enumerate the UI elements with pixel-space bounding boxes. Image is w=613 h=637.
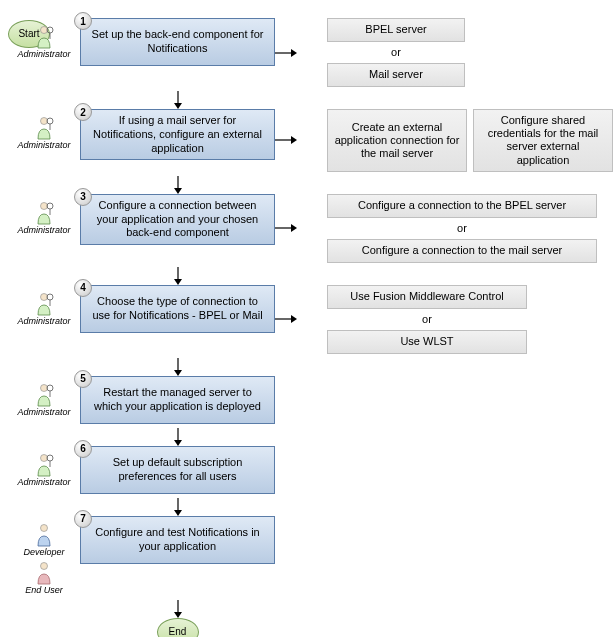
- actor-label: End User: [25, 586, 63, 596]
- step-badge: 7: [74, 510, 92, 528]
- arrow-down-icon: [80, 267, 275, 285]
- actor-administrator: Administrator: [17, 24, 70, 60]
- option-box: Configure a connection to the mail serve…: [327, 239, 597, 263]
- arrow-down-icon: [80, 428, 275, 446]
- actor-label: Administrator: [17, 478, 70, 488]
- step-badge: 2: [74, 103, 92, 121]
- option-box: Use WLST: [327, 330, 527, 354]
- actor-col: Administrator: [8, 18, 80, 60]
- step-box-1: Set up the back-end component for Notifi…: [80, 18, 275, 66]
- arrow-down-icon: [80, 498, 275, 516]
- person-admin-icon: [34, 115, 54, 141]
- actor-col: Administrator: [8, 446, 80, 488]
- arrow-down-icon: [80, 91, 275, 109]
- actor-end_user: End User: [25, 560, 63, 596]
- step-row-2: Administrator2 If using a mail server fo…: [8, 109, 605, 172]
- options-group: Use Fusion Middleware ControlorUse WLST: [327, 285, 527, 354]
- person-user-icon: [34, 560, 54, 586]
- actor-label: Administrator: [17, 141, 70, 151]
- step-badge: 4: [74, 279, 92, 297]
- actor-label: Administrator: [17, 408, 70, 418]
- step-row-1: Administrator1 Set up the back-end compo…: [8, 18, 605, 87]
- option-box: Configure shared credentials for the mai…: [473, 109, 613, 172]
- arrow-right-icon: [275, 222, 299, 234]
- option-box: Mail server: [327, 63, 465, 87]
- option-box: Configure a connection to the BPEL serve…: [327, 194, 597, 218]
- arrow-right-icon: [275, 47, 299, 59]
- person-admin-icon: [34, 291, 54, 317]
- actor-col: Administrator: [8, 194, 80, 236]
- person-admin-icon: [34, 24, 54, 50]
- actor-administrator: Administrator: [17, 200, 70, 236]
- step-badge: 5: [74, 370, 92, 388]
- step-row-5: Administrator5 Restart the managed serve…: [8, 376, 605, 424]
- actor-col: DeveloperEnd User: [8, 516, 80, 596]
- step-box-6: Set up default subscription preferences …: [80, 446, 275, 494]
- or-label: or: [327, 46, 465, 59]
- person-admin-icon: [34, 200, 54, 226]
- step-box-2: If using a mail server for Notifications…: [80, 109, 275, 160]
- step-row-4: Administrator4 Choose the type of connec…: [8, 285, 605, 354]
- arrow-to-end: [80, 600, 275, 618]
- actor-label: Administrator: [17, 50, 70, 60]
- person-admin-icon: [34, 452, 54, 478]
- option-box: BPEL server: [327, 18, 465, 42]
- option-box: Create an external application connectio…: [327, 109, 467, 172]
- actor-administrator: Administrator: [17, 115, 70, 151]
- actor-col: Administrator: [8, 285, 80, 327]
- step-box-5: Restart the managed server to which your…: [80, 376, 275, 424]
- step-badge: 6: [74, 440, 92, 458]
- step-row-6: Administrator6 Set up default subscripti…: [8, 446, 605, 494]
- actor-developer: Developer: [23, 522, 64, 558]
- actor-administrator: Administrator: [17, 382, 70, 418]
- person-admin-icon: [34, 382, 54, 408]
- step-box-4: Choose the type of connection to use for…: [80, 285, 275, 333]
- step-badge: 3: [74, 188, 92, 206]
- arrow-right-icon: [275, 313, 299, 325]
- step-row-3: Administrator3 Configure a connection be…: [8, 194, 605, 263]
- person-dev-icon: [34, 522, 54, 548]
- actor-label: Administrator: [17, 317, 70, 327]
- options-group: Configure a connection to the BPEL serve…: [327, 194, 597, 263]
- options-group: Create an external application connectio…: [327, 109, 613, 172]
- or-label: or: [327, 313, 527, 326]
- actor-label: Developer: [23, 548, 64, 558]
- arrow-right-icon: [275, 134, 299, 146]
- actor-col: Administrator: [8, 376, 80, 418]
- option-box: Use Fusion Middleware Control: [327, 285, 527, 309]
- or-label: or: [327, 222, 597, 235]
- actor-administrator: Administrator: [17, 452, 70, 488]
- step-badge: 1: [74, 12, 92, 30]
- actor-administrator: Administrator: [17, 291, 70, 327]
- step-box-3: Configure a connection between your appl…: [80, 194, 275, 245]
- arrow-down-icon: [80, 358, 275, 376]
- end-terminal: End: [157, 618, 199, 637]
- options-group: BPEL serverorMail server: [327, 18, 465, 87]
- actor-label: Administrator: [17, 226, 70, 236]
- actor-col: Administrator: [8, 109, 80, 151]
- step-row-7: DeveloperEnd User7 Configure and test No…: [8, 516, 605, 596]
- arrow-down-icon: [80, 176, 275, 194]
- step-box-7: Configure and test Notifications in your…: [80, 516, 275, 564]
